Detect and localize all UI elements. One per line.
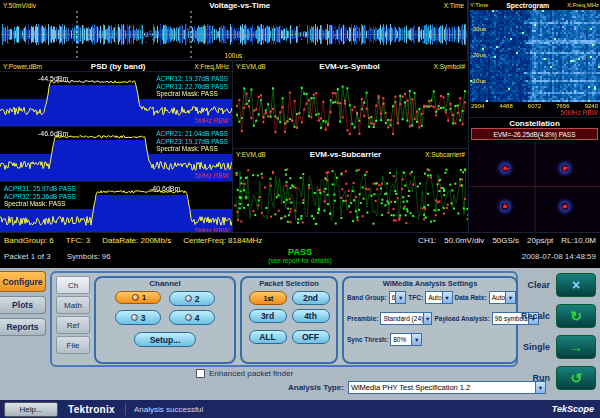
- packet-all-button[interactable]: ALL: [249, 330, 287, 344]
- constellation-canvas: [470, 141, 600, 232]
- radio-dot-icon: [185, 295, 192, 302]
- chevron-down-icon: ▼: [411, 334, 421, 345]
- packet-3rd-button[interactable]: 3rd: [249, 309, 287, 323]
- chevron-down-icon: ▼: [505, 292, 515, 303]
- evm-result-badge: EVM=-26.25dB(4.8%) PASS: [471, 128, 598, 140]
- spectrogram-canvas: [470, 10, 600, 102]
- data-rate-select[interactable]: Auto▼: [489, 291, 516, 304]
- resolution-readout: 20ps/pt: [527, 236, 553, 245]
- payload-analysis-label: Payload Analysis:: [434, 315, 489, 322]
- chevron-down-icon: ▼: [442, 292, 452, 303]
- packet-selection-group: Packet Selection 1st 2nd 3rd 4th ALL OFF: [240, 276, 338, 364]
- band-power-readout: -40.6dBm: [150, 185, 180, 192]
- evm-subcarrier-y-axis-label: Y:EVM,dB: [236, 151, 266, 158]
- chevron-down-icon: ▼: [423, 313, 431, 324]
- help-button[interactable]: Help...: [4, 402, 58, 417]
- spectral-mask-result: Spectral Mask: PASS: [4, 200, 76, 208]
- tab-configure[interactable]: Configure: [0, 271, 46, 292]
- band-group-select[interactable]: 6▼: [389, 291, 407, 304]
- acpr-readout: ACPR32: 25.36dB PASS: [4, 193, 76, 201]
- constellation-plot-title: Constellation: [509, 119, 560, 128]
- symbols-readout: Symbols: 96: [67, 252, 111, 261]
- tab-reports[interactable]: Reports: [0, 318, 46, 336]
- acpr-readouts: ACPR12: 19.37dB PASS ACPR13: 22.70dB PAS…: [156, 75, 228, 98]
- recalc-arrow-icon: ↻: [570, 308, 582, 324]
- voltage-x-axis-label: X:Time: [444, 2, 464, 9]
- run-loop-icon: ↺: [570, 370, 582, 386]
- rbw-readout: 5MHz RBW: [195, 172, 229, 179]
- analysis-type-select[interactable]: WiMedia PHY Test Specification 1.2▼: [348, 381, 546, 394]
- tekscope-wimedia-screen: Y:50mV/div Voltage-vs-Time X:Time 100us …: [0, 0, 600, 418]
- recalc-button[interactable]: ↻: [556, 304, 596, 328]
- spectrogram-rbw-readout: 50MHz RBW: [560, 109, 598, 116]
- channel-3-button[interactable]: 3: [115, 310, 161, 325]
- pass-status: PASS: [268, 247, 332, 257]
- channel-setup-button[interactable]: Setup...: [134, 332, 196, 347]
- data-rate-label: Data Rate:: [455, 294, 487, 301]
- voltage-vs-time-plot: Y:50mV/div Voltage-vs-Time X:Time 100us: [0, 0, 468, 60]
- evm-symbol-plot-title: EVM-vs-Symbol: [319, 62, 379, 71]
- channel-group: Channel 1 2 3 4 Setup...: [94, 276, 236, 364]
- psd-by-band-plot: Y:Power,dBm PSD (by band) X:Freq,MHz -44…: [0, 60, 232, 232]
- center-freq-readout: CenterFreq: 8184MHz: [183, 236, 262, 245]
- datetime-readout: 2008-07-08 14:48:59: [522, 252, 596, 261]
- spectrogram-time-tick: -20us: [471, 52, 486, 58]
- source-tab-file[interactable]: File: [56, 336, 90, 354]
- acpr-readouts: ACPR21: 21.04dB PASS ACPR23: 19.17dB PAS…: [156, 130, 228, 153]
- data-rate-readout: DataRate: 200Mb/s: [102, 236, 171, 245]
- tektronix-logo: Tektronix: [68, 404, 115, 415]
- band-power-readout: -44.5dBm: [38, 75, 68, 82]
- packet-2nd-button[interactable]: 2nd: [292, 291, 330, 305]
- tfc-label: TFC:: [408, 294, 423, 301]
- source-tab-ref[interactable]: Ref: [56, 316, 90, 334]
- packet-1st-button[interactable]: 1st: [249, 291, 287, 305]
- packet-readout: Packet 1 of 3: [4, 252, 51, 261]
- channel-2-button[interactable]: 2: [169, 291, 215, 306]
- channel-4-button[interactable]: 4: [169, 310, 215, 325]
- clear-button[interactable]: ×: [556, 273, 596, 297]
- single-button[interactable]: →: [556, 335, 596, 359]
- packet-4th-button[interactable]: 4th: [292, 309, 330, 323]
- psd-x-axis-label: X:Freq,MHz: [194, 63, 229, 70]
- spectrogram-y-axis-label: Y:Time: [470, 2, 488, 8]
- voltage-plot-title: Voltage-vs-Time: [209, 1, 270, 10]
- band-group-readout: BandGroup: 6: [4, 236, 54, 245]
- packet-off-button[interactable]: OFF: [292, 330, 330, 344]
- run-button[interactable]: ↺: [556, 366, 596, 390]
- pass-note: (see report for details): [268, 257, 332, 264]
- control-panel: Configure Plots Reports Ch Math Ref File…: [0, 268, 600, 400]
- tfc-select[interactable]: Auto▼: [425, 291, 452, 304]
- psd-band-3: -40.6dBm ACPR31: 25.97dB PASS ACPR32: 25…: [0, 181, 232, 236]
- channel-1-button[interactable]: 1: [115, 291, 161, 304]
- tab-plots[interactable]: Plots: [0, 296, 46, 314]
- sync-thresh-select[interactable]: 80%▼: [390, 333, 422, 346]
- evm-subcarrier-x-axis-label: X:Subcarrier#: [425, 151, 465, 158]
- spectrogram-time-tick: -30us: [471, 26, 486, 32]
- single-label: Single: [523, 342, 550, 352]
- acpr-readout: ACPR23: 19.17dB PASS: [156, 138, 228, 146]
- rbw-readout: 5MHz RBW: [195, 117, 229, 124]
- voltage-time-tick: 100us: [225, 52, 243, 59]
- spectrogram-plot-title: Spectrogram: [506, 2, 549, 9]
- enhanced-packet-finder-checkbox[interactable]: [196, 369, 205, 378]
- acpr-readout: ACPR21: 21.04dB PASS: [156, 130, 228, 138]
- packet-selection-title: Packet Selection: [242, 279, 336, 288]
- constellation-plot: Constellation EVM=-26.25dB(4.8%) PASS: [468, 117, 600, 232]
- preamble-select[interactable]: Standard (24)▼: [380, 312, 432, 325]
- band-group-label: Band Group:: [347, 294, 387, 301]
- analysis-type-label: Analysis Type:: [288, 383, 344, 392]
- band-power-readout: -46.6dBm: [38, 130, 68, 137]
- psd-plot-title: PSD (by band): [91, 62, 146, 71]
- wimedia-settings-group: WiMedia Analysis Settings Band Group: 6▼…: [342, 276, 518, 364]
- evm-vs-subcarrier-canvas: [234, 159, 468, 232]
- clear-label: Clear: [527, 280, 550, 290]
- voltage-y-axis-label: Y:50mV/div: [3, 2, 36, 9]
- tfc-readout: TFC: 3: [66, 236, 90, 245]
- chevron-down-icon: ▼: [395, 292, 405, 303]
- source-tab-math[interactable]: Math: [56, 296, 90, 314]
- source-tab-ch[interactable]: Ch: [56, 276, 90, 294]
- spectral-mask-result: Spectral Mask: PASS: [156, 145, 228, 153]
- footer-divider: [125, 403, 126, 415]
- spectral-mask-result: Spectral Mask: PASS: [156, 90, 228, 98]
- channel-readout: CH1:: [418, 236, 436, 245]
